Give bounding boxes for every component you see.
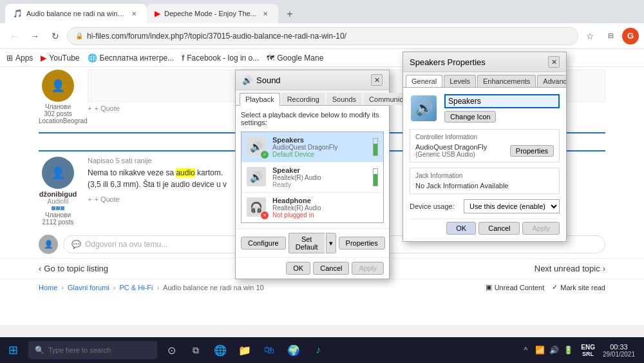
nav-bar: ← → ↻ 🔒 hi-files.com/forum/index.php?/to… bbox=[0, 23, 644, 49]
next-unread-topic[interactable]: Next unread topic › bbox=[535, 264, 605, 273]
taskbar-multitask[interactable]: ⧉ bbox=[184, 337, 207, 363]
speaker-title-left: Speakers Properties bbox=[410, 57, 486, 67]
quote-label: + Quote bbox=[94, 104, 119, 112]
tab-2-title: Depeche Mode - Enjoy The... bbox=[164, 10, 256, 17]
tab-1[interactable]: 🎵 Audio balance ne radi na win 10 ✕ bbox=[5, 4, 147, 23]
taskbar-store[interactable]: 🛍 bbox=[258, 337, 281, 363]
speaker-ok-button[interactable]: OK bbox=[446, 222, 476, 235]
properties-button[interactable]: Properties bbox=[339, 237, 385, 250]
clock-date: 29/01/2021 bbox=[603, 351, 635, 358]
breadcrumb-topic: Audio balance ne radi na win 10 bbox=[163, 284, 264, 291]
speaker-props-close[interactable]: ✕ bbox=[548, 56, 560, 68]
forward-button[interactable]: → bbox=[26, 27, 44, 45]
speaker-body: 🔊 Change Icon Controller Information Aud… bbox=[403, 88, 566, 241]
sound-cancel-button[interactable]: Cancel bbox=[313, 262, 349, 275]
taskbar-search-box[interactable]: 🔍 bbox=[28, 341, 157, 359]
reply-placeholder: Odgovori na ovu temu... bbox=[85, 240, 167, 249]
taskbar-edge[interactable]: 🌐 bbox=[209, 337, 232, 363]
taskbar-cortana[interactable]: ⊙ bbox=[160, 337, 183, 363]
bookmark-besplatna[interactable]: 🌐 Бесплатна интегре... bbox=[88, 54, 175, 63]
bookmark-button[interactable]: ☆ bbox=[581, 27, 599, 45]
sound-tab-sounds[interactable]: Sounds bbox=[327, 93, 362, 105]
start-button[interactable]: ⊞ bbox=[0, 337, 26, 363]
tray-sound-icon[interactable]: 🔊 bbox=[547, 337, 560, 363]
speaker-name-input[interactable] bbox=[444, 94, 560, 108]
back-to-listing[interactable]: ‹ Go to topic listing bbox=[39, 264, 108, 273]
taskbar-chrome[interactable]: 🌍 bbox=[282, 337, 305, 363]
configure-button[interactable]: Configure bbox=[241, 237, 286, 250]
new-tab-button[interactable]: + bbox=[281, 5, 299, 23]
system-clock[interactable]: 00:33 29/01/2021 bbox=[598, 343, 640, 358]
speaker-tab-enhancements[interactable]: Enhancements bbox=[477, 75, 536, 87]
change-icon-button[interactable]: Change Icon bbox=[444, 111, 496, 123]
headphone-check: ✕ bbox=[261, 211, 269, 219]
first-user-posts: 302 posts bbox=[39, 110, 77, 117]
bookmark-google[interactable]: 🗺 Google Mane bbox=[267, 54, 323, 63]
speaker-tab-general[interactable]: General bbox=[406, 75, 442, 88]
tab-2-favicon: ▶ bbox=[155, 9, 160, 18]
speaker-props-title: Speakers Properties ✕ bbox=[403, 52, 566, 72]
breadcrumb-category[interactable]: PC & Hi-Fi bbox=[119, 284, 153, 291]
breadcrumb-sep-2: › bbox=[113, 284, 116, 291]
device-speaker[interactable]: 🔊 Speaker Realtek(R) Audio Ready bbox=[242, 162, 383, 193]
bookmark-youtube[interactable]: ▶ YouTube bbox=[41, 54, 79, 63]
refresh-button[interactable]: ↻ bbox=[46, 27, 64, 45]
bookmark-apps[interactable]: ⊞ Apps bbox=[6, 54, 33, 63]
avatar-image: 👤 bbox=[42, 70, 74, 102]
device-headphone[interactable]: 🎧 ✕ Headphone Realtek(R) Audio Not plugg… bbox=[242, 193, 383, 222]
ext-button[interactable]: ⊟ bbox=[601, 27, 620, 45]
chevron-right-icon: › bbox=[603, 264, 605, 273]
second-quote-label: + Quote bbox=[94, 195, 119, 203]
taskbar-search-input[interactable] bbox=[48, 346, 145, 354]
headphone-status: Not plugged in bbox=[272, 211, 321, 219]
address-bar[interactable]: 🔒 hi-files.com/forum/index.php?/topic/37… bbox=[67, 27, 578, 45]
headphone-icon-wrap: 🎧 ✕ bbox=[247, 197, 267, 218]
sound-dialog-footer: Configure Set Default ▾ Properties bbox=[236, 228, 389, 257]
show-desktop-btn[interactable] bbox=[640, 337, 644, 363]
taskbar-spotify[interactable]: ♪ bbox=[307, 337, 330, 363]
headphone-info: Headphone Realtek(R) Audio Not plugged i… bbox=[272, 197, 321, 219]
controller-row: AudioQuest DragonFly (Generic USB Audio)… bbox=[415, 143, 554, 158]
post-text-3: (3,5 ili 6,3 mm). Šta ti je audio device… bbox=[88, 180, 227, 189]
breadcrumb-home[interactable]: Home bbox=[39, 284, 57, 291]
tab-2[interactable]: ▶ Depeche Mode - Enjoy The... ✕ bbox=[147, 4, 278, 23]
set-default-button[interactable]: Set Default bbox=[289, 233, 325, 253]
level-bar-2 bbox=[373, 168, 378, 186]
mark-read-link[interactable]: ✓ Mark site read bbox=[552, 283, 605, 291]
check-icon: ✓ bbox=[552, 283, 558, 291]
breadcrumb-forum[interactable]: Glavni forumi bbox=[68, 284, 109, 291]
speaker-apply-button[interactable]: Apply bbox=[522, 222, 560, 235]
back-listing-label: Go to topic listing bbox=[44, 264, 108, 273]
sound-tab-playback[interactable]: Playback bbox=[240, 93, 280, 106]
tray-network-icon[interactable]: 📶 bbox=[533, 337, 546, 363]
speaker-cancel-button[interactable]: Cancel bbox=[478, 222, 520, 235]
unread-content-link[interactable]: ▣ Unread Content bbox=[486, 283, 545, 291]
sound-tab-recording[interactable]: Recording bbox=[281, 93, 325, 105]
tab-1-favicon: 🎵 bbox=[13, 9, 23, 18]
sound-apply-button[interactable]: Apply bbox=[352, 262, 384, 275]
tray-up-arrow[interactable]: ^ bbox=[519, 337, 532, 363]
speaker-tab-levels[interactable]: Levels bbox=[444, 75, 476, 87]
device-usage-select[interactable]: Use this device (enable) bbox=[464, 199, 560, 213]
headphone-name: Headphone bbox=[272, 197, 321, 204]
taskbar-app-icons: ⊙ ⧉ 🌐 📁 🛍 🌍 ♪ bbox=[160, 337, 330, 363]
taskbar-explorer[interactable]: 📁 bbox=[233, 337, 256, 363]
language-indicator[interactable]: ENG SRL bbox=[578, 344, 598, 357]
controller-label: Controller Information bbox=[415, 133, 554, 141]
taskbar: ⊞ 🔍 ⊙ ⧉ 🌐 📁 🛍 🌍 ♪ ^ 📶 🔊 🔋 ENG SRL 00:33 … bbox=[0, 337, 644, 363]
google-icon: 🗺 bbox=[267, 54, 274, 63]
tab-1-close[interactable]: ✕ bbox=[129, 8, 139, 19]
speaker-tab-advanced[interactable]: Advanced bbox=[537, 75, 566, 87]
sound-dialog-close[interactable]: ✕ bbox=[371, 74, 383, 86]
tray-icons: ^ 📶 🔊 🔋 bbox=[515, 337, 578, 363]
profile-avatar[interactable]: G bbox=[622, 28, 639, 44]
sound-ok-button[interactable]: OK bbox=[286, 262, 310, 275]
back-button[interactable]: ← bbox=[5, 27, 23, 45]
tray-battery-icon[interactable]: 🔋 bbox=[562, 337, 574, 363]
bookmark-facebook[interactable]: f Facebook - log in o... bbox=[182, 54, 259, 63]
device-speakers[interactable]: 🔊 ✓ Speakers AudioQuest DragonFly Defaul… bbox=[242, 132, 383, 162]
jack-label: Jack Information bbox=[415, 172, 554, 179]
set-default-arrow[interactable]: ▾ bbox=[326, 233, 336, 253]
tab-2-close[interactable]: ✕ bbox=[260, 8, 270, 19]
controller-props-button[interactable]: Properties bbox=[510, 145, 554, 157]
